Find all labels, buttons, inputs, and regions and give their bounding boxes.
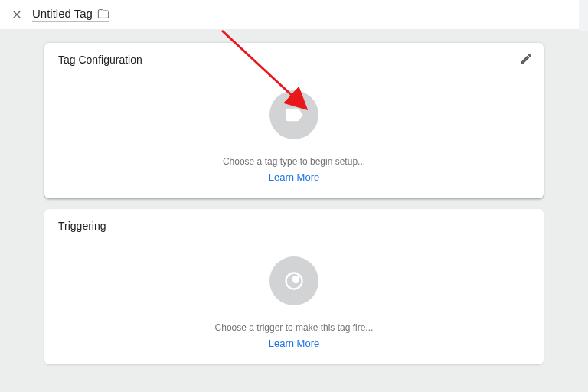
trigger-picker[interactable] — [270, 256, 318, 305]
title-input[interactable]: Untitled Tag — [32, 7, 109, 22]
edit-config-button[interactable] — [518, 51, 534, 67]
config-hint: Choose a tag type to begin setup... — [223, 156, 365, 167]
trigger-learn-more-link[interactable]: Learn More — [269, 338, 319, 349]
tag-configuration-card[interactable]: Tag Configuration Choose a tag type to b… — [44, 43, 544, 198]
tag-title: Untitled Tag — [32, 7, 93, 20]
svg-point-1 — [292, 276, 299, 283]
tag-icon — [283, 104, 305, 126]
pencil-icon — [519, 52, 533, 66]
card-title-trigger: Triggering — [58, 220, 530, 232]
folder-icon[interactable] — [97, 8, 109, 20]
page-header: Untitled Tag — [0, 0, 588, 29]
content-area: Tag Configuration Choose a tag type to b… — [0, 29, 588, 364]
tag-type-picker[interactable] — [270, 90, 318, 139]
config-placeholder: Choose a tag type to begin setup... Lear… — [58, 70, 530, 183]
trigger-icon — [283, 270, 305, 292]
close-button[interactable] — [9, 7, 24, 22]
side-panel — [579, 0, 588, 31]
config-learn-more-link[interactable]: Learn More — [269, 172, 319, 183]
triggering-card[interactable]: Triggering Choose a trigger to make this… — [44, 209, 544, 364]
trigger-hint: Choose a trigger to make this tag fire..… — [215, 322, 374, 333]
close-icon — [11, 8, 23, 21]
card-title-config: Tag Configuration — [58, 54, 530, 66]
trigger-placeholder: Choose a trigger to make this tag fire..… — [58, 237, 530, 349]
